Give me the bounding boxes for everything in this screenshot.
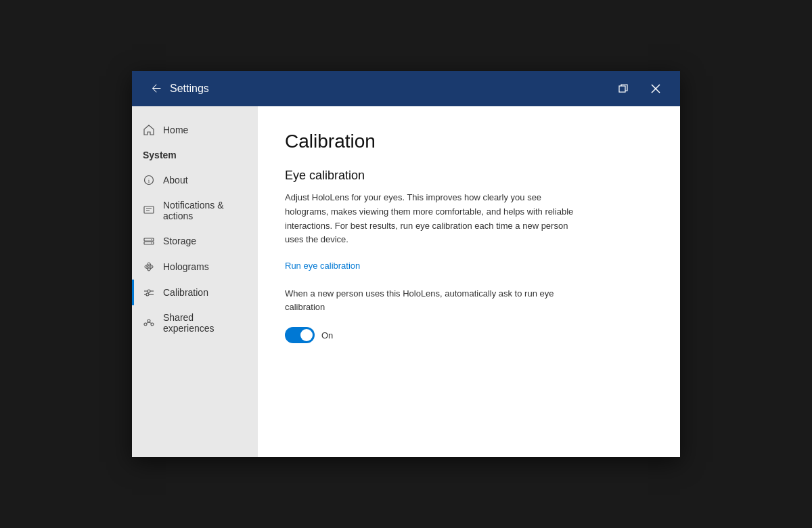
content-area: Calibration Eye calibration Adjust HoloL… (258, 106, 680, 457)
titlebar-title: Settings (170, 83, 610, 95)
section-description: Adjust HoloLens for your eyes. This impr… (285, 191, 583, 247)
sidebar-item-holograms-label: Holograms (163, 261, 209, 272)
sidebar-item-calibration[interactable]: Calibration (132, 280, 258, 305)
sidebar-item-shared-label: Shared experiences (163, 312, 247, 334)
svg-point-17 (148, 290, 150, 292)
svg-point-11 (151, 242, 152, 244)
titlebar-controls (610, 75, 669, 102)
sidebar-item-notifications-label: Notifications & actions (163, 200, 247, 221)
svg-rect-9 (144, 242, 154, 244)
sidebar-section-system: System (132, 143, 258, 167)
sidebar-item-home[interactable]: Home (132, 117, 258, 143)
svg-point-20 (146, 293, 149, 296)
run-calibration-link[interactable]: Run eye calibration (285, 261, 653, 271)
sidebar-item-about[interactable]: i About (132, 167, 258, 193)
svg-rect-5 (144, 206, 154, 213)
svg-point-14 (148, 266, 150, 268)
main-area: Home System i About (132, 106, 680, 457)
svg-rect-0 (619, 86, 625, 92)
close-button[interactable] (642, 75, 669, 102)
svg-point-12 (145, 265, 153, 269)
settings-window: Settings (132, 71, 680, 457)
home-icon (143, 124, 155, 136)
sidebar-item-storage-label: Storage (163, 236, 196, 246)
sidebar: Home System i About (132, 106, 258, 457)
auto-calibration-toggle[interactable] (285, 327, 315, 343)
sidebar-item-storage[interactable]: Storage (132, 228, 258, 254)
svg-point-13 (147, 263, 151, 271)
sidebar-item-calibration-label: Calibration (163, 287, 208, 298)
about-icon: i (143, 174, 155, 186)
sidebar-item-shared[interactable]: Shared experiences (132, 305, 258, 340)
svg-point-10 (151, 239, 152, 240)
sidebar-item-holograms[interactable]: Holograms (132, 254, 258, 280)
restore-button[interactable] (610, 75, 637, 102)
calibration-icon (143, 286, 155, 299)
page-title: Calibration (285, 131, 653, 152)
holograms-icon (143, 261, 155, 273)
titlebar: Settings (132, 71, 680, 106)
sidebar-item-about-label: About (163, 175, 188, 185)
auto-ask-description: When a new person uses this HoloLens, au… (285, 287, 583, 313)
section-title: Eye calibration (285, 169, 653, 183)
sidebar-item-notifications[interactable]: Notifications & actions (132, 193, 258, 228)
sidebar-item-home-label: Home (163, 125, 188, 135)
svg-text:i: i (148, 177, 150, 184)
toggle-row: On (285, 327, 653, 343)
storage-icon (143, 235, 155, 247)
svg-point-21 (148, 320, 150, 322)
notifications-icon (143, 204, 155, 217)
toggle-state-label: On (321, 330, 333, 340)
shared-icon (143, 317, 155, 329)
svg-rect-8 (144, 238, 154, 241)
back-button[interactable] (143, 75, 170, 102)
